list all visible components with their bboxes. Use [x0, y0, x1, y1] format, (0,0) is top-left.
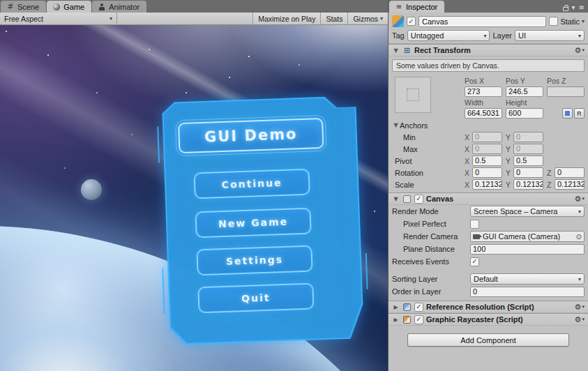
- aspect-dropdown[interactable]: Free Aspect ▾: [0, 13, 117, 24]
- component-gear-menu[interactable]: ⚙▾: [575, 303, 585, 312]
- pixel-perfect-checkbox[interactable]: [470, 220, 479, 229]
- render-camera-object-field[interactable]: GUI Camera (Camera) ⊙: [470, 231, 585, 242]
- canvas-component-icon: [402, 195, 412, 204]
- tab-animator[interactable]: Animator: [92, 1, 146, 13]
- sorting-layer-row: Sorting Layer Default ▾: [389, 273, 588, 285]
- graphic-raycaster-header[interactable]: ▶ ✓ Graphic Raycaster (Script) ⚙▾: [389, 313, 588, 326]
- scale-label: Scale: [392, 181, 414, 189]
- tag-dropdown[interactable]: Untagged ▾: [407, 30, 490, 41]
- active-checkbox[interactable]: ✓: [407, 17, 416, 26]
- anchor-preset-button[interactable]: [395, 77, 431, 113]
- render-camera-row: Render Camera GUI Camera (Camera) ⊙: [389, 230, 588, 243]
- aspect-dropdown-label: Free Aspect: [4, 15, 43, 23]
- tab-inspector[interactable]: ≡ Inspector: [389, 1, 444, 13]
- tab-scene[interactable]: # Scene: [1, 1, 46, 13]
- layer-dropdown[interactable]: UI ▾: [515, 30, 585, 41]
- maximize-on-play-button[interactable]: Maximize on Play: [252, 13, 320, 24]
- lock-icon[interactable]: [563, 7, 568, 11]
- scale-y-field[interactable]: 0.12132: [513, 179, 543, 190]
- scale-z-field[interactable]: 0.12132: [555, 179, 585, 190]
- check-icon: ✓: [416, 195, 421, 202]
- pixel-perfect-row: Pixel Perfect: [389, 218, 588, 230]
- pos-z-label: Pos Z: [547, 77, 585, 85]
- foldout-closed-icon[interactable]: ▶: [392, 317, 400, 323]
- rect-transform-header[interactable]: ▼ ⊞ Rect Transform ⚙▾: [389, 44, 588, 56]
- gameobject-name-field[interactable]: [419, 16, 546, 27]
- menu-button-quit[interactable]: Quit: [197, 283, 314, 314]
- pivot-y-field[interactable]: 0.5: [513, 156, 543, 166]
- min-label: Min: [403, 133, 416, 142]
- pos-z-field[interactable]: [547, 86, 585, 97]
- min-x-field[interactable]: 0: [472, 132, 502, 142]
- render-mode-value: Screen Space – Camera: [474, 207, 557, 215]
- menu-button-continue[interactable]: Continue: [194, 169, 310, 199]
- foldout-open-icon[interactable]: ▼: [392, 47, 400, 54]
- foldout-closed-icon[interactable]: ▶: [392, 304, 400, 310]
- chevron-down-icon[interactable]: ▾: [582, 18, 585, 24]
- reference-resolution-header[interactable]: ▶ ✓ Reference Resolution (Script) ⚙▾: [389, 301, 588, 313]
- render-mode-dropdown[interactable]: Screen Space – Camera ▾: [470, 206, 585, 217]
- foldout-open-icon: ▼: [392, 122, 400, 128]
- render-camera-value: GUI Camera (Camera): [483, 232, 560, 241]
- reference-resolution-checkbox[interactable]: ✓: [414, 303, 423, 312]
- rotation-x-field[interactable]: 0: [472, 167, 502, 178]
- plane-distance-field[interactable]: 100: [470, 244, 585, 255]
- component-gear-menu[interactable]: ⚙▾: [575, 46, 585, 55]
- height-field[interactable]: 600: [506, 108, 543, 119]
- pos-y-field[interactable]: 246.5: [506, 86, 543, 97]
- foldout-open-icon[interactable]: ▼: [392, 196, 400, 202]
- component-gear-menu[interactable]: ⚙▾: [575, 315, 585, 324]
- scale-fields: X0.12132 Y0.12132 Z0.12132: [465, 179, 585, 190]
- inspector-strip-icons: ▾ ≡: [563, 3, 588, 13]
- gameobject-icon: [392, 15, 404, 27]
- static-checkbox[interactable]: [549, 17, 558, 26]
- rotation-y-field[interactable]: 0: [513, 167, 543, 178]
- scale-x-field[interactable]: 0.12132: [472, 179, 502, 190]
- component-gear-menu[interactable]: ⚙▾: [575, 195, 585, 204]
- layer-value: UI: [518, 31, 526, 40]
- plane-distance-row: Plane Distance 100: [389, 243, 588, 255]
- graphic-raycaster-title: Graphic Raycaster (Script): [426, 315, 523, 324]
- anchors-foldout[interactable]: ▼ Anchors: [392, 121, 465, 130]
- order-in-layer-label: Order in Layer: [392, 287, 470, 296]
- max-fields: X0 Y0: [465, 144, 585, 154]
- canvas-enabled-checkbox[interactable]: ✓: [414, 195, 423, 204]
- chevron-down-icon: ▾: [578, 276, 581, 282]
- gameobject-name-row: ✓ Static ▾: [392, 15, 585, 27]
- pivot-row: Pivot X0.5 Y0.5: [389, 155, 588, 167]
- chevron-down-icon: ▾: [483, 33, 486, 39]
- receives-events-checkbox[interactable]: ✓: [470, 257, 479, 266]
- menu-button-new-game[interactable]: New Game: [195, 208, 312, 238]
- raw-edit-mode-button[interactable]: R: [574, 108, 585, 119]
- stats-button[interactable]: Stats: [320, 13, 347, 24]
- graphic-raycaster-icon: [402, 315, 412, 324]
- rotation-z-field[interactable]: 0: [555, 167, 585, 178]
- spacer: [389, 268, 588, 273]
- min-fields: X0 Y0: [465, 132, 585, 142]
- game-icon: [52, 3, 61, 11]
- max-x-field[interactable]: 0: [472, 144, 502, 154]
- max-y-field[interactable]: 0: [513, 144, 543, 154]
- menu-button-settings[interactable]: Settings: [196, 245, 312, 276]
- min-y-field[interactable]: 0: [513, 132, 543, 142]
- tab-game[interactable]: Game: [47, 1, 91, 13]
- pivot-x-field[interactable]: 0.5: [472, 156, 502, 166]
- add-component-button[interactable]: Add Component: [407, 333, 569, 347]
- object-picker-icon[interactable]: ⊙: [576, 233, 582, 241]
- blueprint-mode-button[interactable]: [562, 108, 573, 119]
- canvas-component-header[interactable]: ▼ ✓ Canvas ⚙▾: [389, 192, 588, 205]
- gear-icon: ⚙: [575, 195, 582, 204]
- pos-x-field[interactable]: 273: [465, 86, 502, 97]
- order-in-layer-field[interactable]: 0: [470, 287, 585, 297]
- animator-icon: [98, 3, 106, 11]
- context-menu-icon[interactable]: ≡: [579, 3, 585, 11]
- static-toggle[interactable]: Static ▾: [549, 17, 585, 26]
- chevron-down-icon: ▾: [582, 196, 585, 202]
- chevron-down-icon: ▾: [582, 317, 585, 322]
- z-label: Z: [547, 169, 552, 177]
- width-field[interactable]: 664.5031: [465, 108, 502, 119]
- gizmos-dropdown[interactable]: Gizmos ▾: [347, 13, 388, 24]
- graphic-raycaster-checkbox[interactable]: ✓: [414, 315, 423, 324]
- tag-label: Tag: [392, 31, 405, 40]
- sorting-layer-dropdown[interactable]: Default ▾: [470, 273, 585, 285]
